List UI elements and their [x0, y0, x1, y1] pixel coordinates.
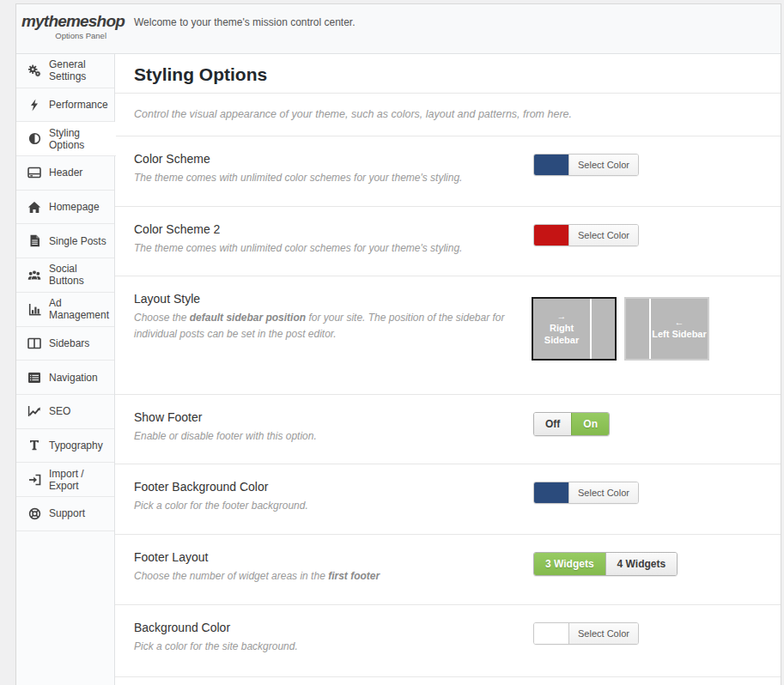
sidebar-item-performance[interactable]: Performance	[16, 88, 114, 123]
sidebar-item-seo[interactable]: SEO	[16, 395, 114, 429]
setting-description: The theme comes with unlimited color sch…	[134, 240, 462, 257]
color-swatch[interactable]	[534, 225, 568, 246]
sidebar-item-label: Styling Options	[49, 127, 116, 151]
setting-row-background-color: Background Color Pick a color for the si…	[115, 605, 781, 677]
sidebar-item-label: Performance	[49, 99, 108, 111]
page-subtitle: Control the visual appearance of your th…	[115, 94, 781, 136]
logo-title: mythemeshop	[21, 13, 108, 31]
footer-layout-4-widgets-button[interactable]: 4 Widgets	[605, 553, 678, 575]
color-picker-background[interactable]: Select Color	[533, 622, 639, 645]
contrast-icon	[27, 132, 41, 146]
sidebar-item-label: General Settings	[49, 58, 114, 82]
header-bar-icon	[27, 166, 41, 179]
setting-row-footer-background-color: Footer Background Color Pick a color for…	[115, 464, 781, 535]
layout-option-label: Right Sidebar	[533, 323, 590, 347]
typography-icon	[27, 439, 41, 452]
sidebar-item-support[interactable]: Support	[16, 497, 114, 531]
sidebar-item-label: SEO	[49, 405, 70, 417]
sidebar-item-label: Navigation	[49, 372, 98, 384]
color-picker-color-scheme[interactable]: Select Color	[533, 154, 639, 176]
color-picker-color-scheme-2[interactable]: Select Color	[533, 224, 639, 246]
select-color-button[interactable]: Select Color	[568, 155, 638, 175]
sidebar-item-sidebars[interactable]: Sidebars	[16, 327, 114, 361]
sidebar-item-label: Header	[49, 167, 82, 179]
toggle-off-button[interactable]: Off	[534, 413, 571, 435]
select-color-button[interactable]: Select Color	[568, 482, 638, 503]
layout-option-arrow: ←	[675, 317, 684, 329]
sidebar-item-import-export[interactable]: Import / Export	[16, 463, 114, 497]
layout-style-options: → Right Sidebar ← Left Sidebar	[533, 299, 762, 359]
thumb-sidebar-area	[626, 299, 649, 359]
content-filler	[115, 677, 781, 685]
columns-icon	[27, 336, 41, 350]
sidebar-item-label: Single Posts	[49, 235, 106, 247]
sidebar-item-general-settings[interactable]: General Settings	[16, 54, 114, 88]
setting-label: Layout Style	[134, 292, 516, 306]
setting-row-color-scheme-2: Color Scheme 2 The theme comes with unli…	[115, 207, 781, 276]
sidebar-item-ad-management[interactable]: Ad Management	[16, 293, 114, 327]
setting-description: Pick a color for the site background.	[134, 639, 298, 655]
toggle-on-button[interactable]: On	[571, 413, 609, 435]
sidebar-nav: General Settings Performance Stylin	[16, 54, 115, 685]
setting-description: Choose the default sidebar position for …	[134, 310, 516, 342]
sidebar-item-label: Ad Management	[49, 297, 114, 321]
sidebar-item-label: Homepage	[49, 201, 100, 213]
layout-option-left-sidebar[interactable]: ← Left Sidebar	[626, 299, 708, 359]
color-swatch[interactable]	[534, 623, 568, 644]
footer-layout-toggle: 3 Widgets 4 Widgets	[533, 552, 678, 576]
line-chart-icon	[27, 404, 41, 418]
sidebar-item-label: Sidebars	[49, 337, 89, 349]
setting-label: Footer Background Color	[134, 480, 308, 494]
welcome-text: Welcome to your theme's mission control …	[115, 4, 356, 53]
thumb-sidebar-area	[592, 299, 615, 359]
show-footer-toggle: Off On	[533, 412, 610, 436]
options-panel: mythemeshop Options Panel Welcome to you…	[15, 3, 781, 685]
page-title: Styling Options	[115, 54, 781, 94]
sidebar-item-styling-options[interactable]: Styling Options	[16, 122, 116, 156]
sidebar-item-navigation[interactable]: Navigation	[16, 361, 114, 395]
setting-label: Color Scheme	[134, 152, 462, 166]
sidebar-item-label: Social Buttons	[49, 263, 114, 287]
setting-row-footer-layout: Footer Layout Choose the number of widge…	[115, 535, 781, 605]
users-icon	[27, 268, 41, 282]
setting-row-color-scheme: Color Scheme The theme comes with unlimi…	[115, 136, 781, 207]
life-ring-icon	[27, 506, 41, 520]
setting-row-layout-style: Layout Style Choose the default sidebar …	[115, 276, 781, 395]
setting-description: The theme comes with unlimited color sch…	[134, 170, 462, 186]
select-color-button[interactable]: Select Color	[568, 623, 638, 644]
setting-label: Show Footer	[134, 410, 317, 424]
bolt-icon	[27, 98, 41, 112]
color-picker-footer-background[interactable]: Select Color	[533, 482, 639, 504]
sidebar-item-social-buttons[interactable]: Social Buttons	[16, 258, 114, 293]
color-swatch[interactable]	[534, 155, 568, 175]
layout-option-arrow: →	[557, 311, 567, 323]
bar-chart-icon	[27, 302, 41, 316]
setting-description: Choose the number of widget areas in the…	[134, 568, 380, 585]
import-export-icon	[27, 473, 41, 487]
sidebar-item-label: Import / Export	[49, 468, 114, 492]
logo-subtitle: Options Panel	[21, 31, 108, 40]
sidebar-item-homepage[interactable]: Homepage	[16, 191, 114, 225]
list-icon	[27, 371, 41, 385]
setting-description: Enable or disable footer with this optio…	[134, 428, 317, 445]
sidebar-item-label: Typography	[49, 439, 103, 452]
color-swatch[interactable]	[534, 482, 568, 503]
logo: mythemeshop Options Panel	[16, 4, 115, 53]
layout-option-label: Left Sidebar	[652, 329, 707, 341]
setting-row-show-footer: Show Footer Enable or disable footer wit…	[115, 395, 781, 464]
setting-description: Pick a color for the footer background.	[134, 498, 308, 514]
footer-layout-3-widgets-button[interactable]: 3 Widgets	[534, 553, 605, 575]
header-bar: mythemeshop Options Panel Welcome to you…	[16, 4, 781, 54]
sidebar-item-label: Support	[49, 507, 85, 519]
sidebar-item-typography[interactable]: Typography	[16, 429, 114, 464]
setting-label: Color Scheme 2	[134, 222, 462, 236]
sidebar-item-header[interactable]: Header	[16, 156, 114, 191]
gears-icon	[27, 64, 41, 77]
sidebar-item-single-posts[interactable]: Single Posts	[16, 224, 114, 258]
document-icon	[27, 234, 41, 248]
select-color-button[interactable]: Select Color	[568, 225, 638, 246]
layout-option-right-sidebar[interactable]: → Right Sidebar	[533, 299, 615, 359]
setting-label: Footer Layout	[134, 550, 380, 564]
setting-label: Background Color	[134, 621, 298, 634]
home-icon	[27, 200, 41, 214]
